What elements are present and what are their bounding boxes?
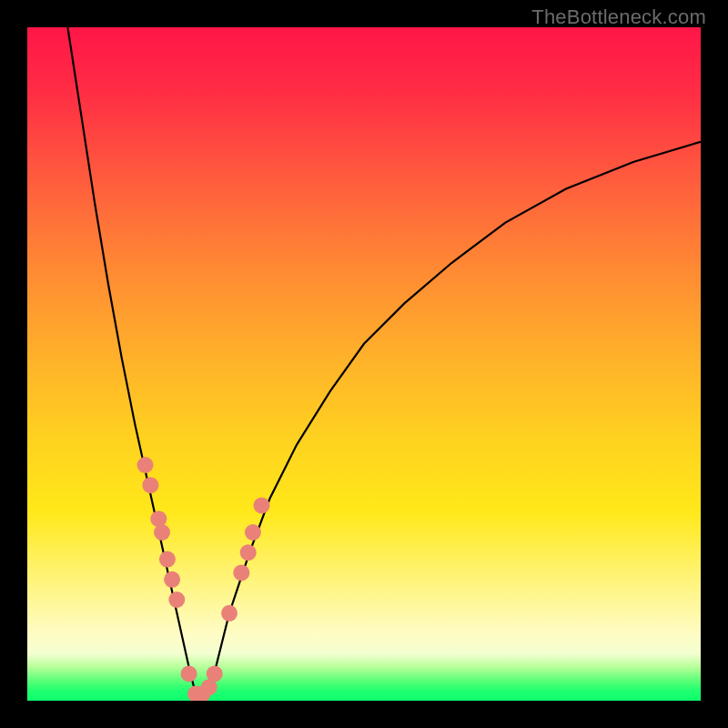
data-dot bbox=[221, 605, 238, 622]
data-dot bbox=[240, 544, 257, 561]
watermark-text: TheBottleneck.com bbox=[531, 5, 706, 29]
data-dot bbox=[233, 564, 249, 581]
outer-frame: TheBottleneck.com bbox=[0, 0, 728, 728]
data-dot bbox=[159, 551, 176, 568]
data-dot bbox=[181, 665, 197, 682]
bottleneck-curve bbox=[67, 27, 701, 694]
data-dot bbox=[142, 477, 158, 493]
data-dot bbox=[207, 665, 223, 682]
data-dot bbox=[154, 524, 170, 541]
dot-group bbox=[137, 457, 270, 701]
plot-area bbox=[27, 27, 701, 701]
data-dot bbox=[254, 497, 270, 513]
chart-svg bbox=[27, 27, 701, 701]
data-dot bbox=[168, 592, 185, 608]
data-dot bbox=[245, 524, 261, 541]
data-dot bbox=[164, 571, 180, 588]
data-dot bbox=[137, 457, 154, 473]
